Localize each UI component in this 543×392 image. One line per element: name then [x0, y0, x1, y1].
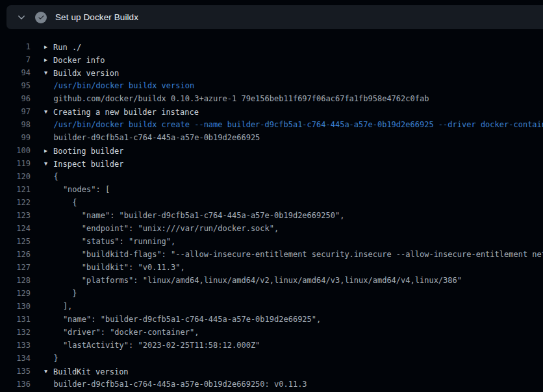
log-line: 131 "name": "builder-d9cfb5a1-c764-445a-… [0, 313, 543, 326]
chevron-down-icon[interactable] [16, 12, 27, 23]
log-text: /usr/bin/docker buildx create --name bui… [31, 118, 543, 131]
group-label: Creating a new builder instance [53, 108, 199, 117]
line-number[interactable]: 125 [0, 235, 31, 248]
triangle-right-icon[interactable]: ▶ [44, 144, 53, 157]
line-number[interactable]: 131 [0, 313, 31, 326]
line-number[interactable]: 127 [0, 261, 31, 274]
triangle-right-icon[interactable]: ▶ [44, 40, 53, 53]
log-text: "buildkitd-flags": "--allow-insecure-ent… [31, 248, 543, 261]
log-line: 130 ], [0, 300, 543, 313]
step-header[interactable]: Set up Docker Buildx [6, 5, 543, 29]
log-line: 134 } [0, 352, 543, 365]
line-number[interactable]: 120 [0, 170, 31, 183]
log-line: 100▶Booting builder [0, 144, 543, 157]
log-text: ], [31, 300, 72, 313]
log-line: 1▶Run ./ [0, 40, 543, 53]
log-line: 95 /usr/bin/docker buildx version [0, 79, 543, 92]
log-line: 133 "lastActivity": "2023-02-25T11:58:12… [0, 339, 543, 352]
log-text: "driver": "docker-container", [31, 326, 199, 339]
group-label: Run ./ [53, 43, 81, 52]
log-text: github.com/docker/buildx 0.10.3+azure-1 … [31, 92, 429, 105]
log-line: 127 "buildkit": "v0.11.3", [0, 261, 543, 274]
log-group-header[interactable]: ▼Inspect builder [31, 157, 123, 170]
line-number[interactable]: 122 [0, 196, 31, 209]
log-line: 97▼Creating a new builder instance [0, 105, 543, 118]
log-line: 96 github.com/docker/buildx 0.10.3+azure… [0, 92, 543, 105]
line-number[interactable]: 98 [0, 118, 31, 131]
log-line: 94▼Buildx version [0, 66, 543, 79]
line-number[interactable]: 97 [0, 105, 31, 118]
line-number[interactable]: 133 [0, 339, 31, 352]
group-label: Inspect builder [53, 160, 123, 169]
log-text: "endpoint": "unix:///var/run/docker.sock… [31, 222, 279, 235]
log-line: 132 "driver": "docker-container", [0, 326, 543, 339]
log-text: "buildkit": "v0.11.3", [31, 261, 185, 274]
line-number[interactable]: 126 [0, 248, 31, 261]
line-number[interactable]: 99 [0, 131, 31, 144]
step-title: Set up Docker Buildx [55, 12, 138, 22]
log-line: 128 "platforms": "linux/amd64,linux/amd6… [0, 274, 543, 287]
log-group-header[interactable]: ▶Booting builder [31, 144, 123, 157]
log-text: "name": "builder-d9cfb5a1-c764-445a-a57e… [31, 313, 321, 326]
log-line: 120 { [0, 170, 543, 183]
line-number[interactable]: 1 [0, 40, 31, 53]
line-number[interactable]: 132 [0, 326, 31, 339]
line-number[interactable]: 130 [0, 300, 31, 313]
log-line: 136 builder-d9cfb5a1-c764-445a-a57e-0b19… [0, 378, 543, 391]
log-lines: 1▶Run ./7▶Docker info94▼Buildx version95… [0, 29, 543, 391]
log-text: /usr/bin/docker buildx version [31, 79, 194, 92]
triangle-down-icon[interactable]: ▼ [44, 157, 53, 170]
log-line: 125 "status": "running", [0, 235, 543, 248]
log-group-header[interactable]: ▶Docker info [31, 53, 105, 66]
line-number[interactable]: 135 [0, 365, 31, 378]
line-number[interactable]: 7 [0, 53, 31, 66]
log-line: 135▼BuildKit version [0, 365, 543, 378]
triangle-down-icon[interactable]: ▼ [44, 105, 53, 118]
line-number[interactable]: 123 [0, 209, 31, 222]
log-line: 129 } [0, 287, 543, 300]
triangle-down-icon[interactable]: ▼ [44, 365, 53, 378]
line-number[interactable]: 129 [0, 287, 31, 300]
line-number[interactable]: 128 [0, 274, 31, 287]
check-circle-icon [35, 12, 47, 23]
triangle-down-icon[interactable]: ▼ [44, 66, 53, 79]
line-number[interactable]: 96 [0, 92, 31, 105]
log-text: } [31, 352, 58, 365]
log-line: 98 /usr/bin/docker buildx create --name … [0, 118, 543, 131]
group-label: Booting builder [53, 147, 123, 156]
log-line: 121 "nodes": [ [0, 183, 543, 196]
line-number[interactable]: 119 [0, 157, 31, 170]
log-group-header[interactable]: ▼Buildx version [31, 66, 119, 79]
line-number[interactable]: 95 [0, 79, 31, 92]
log-text: "nodes": [ [31, 183, 110, 196]
group-label: Buildx version [53, 69, 119, 78]
log-line: 123 "name": "builder-d9cfb5a1-c764-445a-… [0, 209, 543, 222]
log-group-header[interactable]: ▶Run ./ [31, 40, 81, 53]
line-number[interactable]: 134 [0, 352, 31, 365]
group-label: Docker info [53, 56, 105, 65]
log-text: "status": "running", [31, 235, 175, 248]
log-text: builder-d9cfb5a1-c764-445a-a57e-0b19d2e6… [31, 131, 260, 144]
log-line: 99 builder-d9cfb5a1-c764-445a-a57e-0b19d… [0, 131, 543, 144]
log-line: 122 { [0, 196, 543, 209]
log-line: 124 "endpoint": "unix:///var/run/docker.… [0, 222, 543, 235]
line-number[interactable]: 100 [0, 144, 31, 157]
line-number[interactable]: 136 [0, 378, 31, 391]
triangle-right-icon[interactable]: ▶ [44, 53, 53, 66]
log-text: "name": "builder-d9cfb5a1-c764-445a-a57e… [31, 209, 344, 222]
log-text: } [31, 287, 77, 300]
line-number[interactable]: 94 [0, 66, 31, 79]
log-group-header[interactable]: ▼BuildKit version [31, 365, 129, 378]
log-group-header[interactable]: ▼Creating a new builder instance [31, 105, 199, 118]
line-number[interactable]: 124 [0, 222, 31, 235]
log-line: 119▼Inspect builder [0, 157, 543, 170]
line-number[interactable]: 121 [0, 183, 31, 196]
log-line: 7▶Docker info [0, 53, 543, 66]
log-text: builder-d9cfb5a1-c764-445a-a57e-0b19d2e6… [31, 378, 307, 391]
group-label: BuildKit version [53, 367, 129, 376]
log-text: { [31, 196, 77, 209]
log-line: 126 "buildkitd-flags": "--allow-insecure… [0, 248, 543, 261]
log-text: "platforms": "linux/amd64,linux/amd64/v2… [31, 274, 462, 287]
log-text: { [31, 170, 58, 183]
log-text: "lastActivity": "2023-02-25T11:58:12.000… [31, 339, 260, 352]
